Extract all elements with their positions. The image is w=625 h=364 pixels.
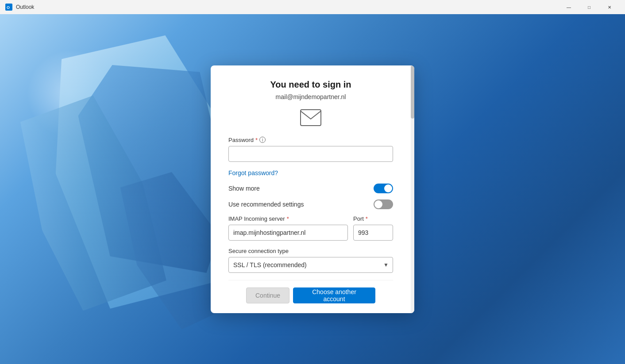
- imap-group: IMAP Incoming server *: [228, 215, 348, 241]
- svg-text:O: O: [7, 5, 10, 10]
- password-label: Password * i: [228, 137, 393, 143]
- use-recommended-thumb: [374, 200, 382, 208]
- dialog-title: You need to sign in: [228, 80, 393, 90]
- imap-required-star: *: [287, 215, 289, 222]
- show-more-label: Show more: [228, 185, 260, 192]
- imap-label: IMAP Incoming server *: [228, 215, 348, 222]
- secure-connection-group: Secure connection type SSL / TLS (recomm…: [228, 248, 393, 273]
- dialog-scrollbar[interactable]: [411, 65, 414, 313]
- email-icon: [300, 109, 321, 126]
- signin-dialog: You need to sign in mail@mijndemopartner…: [211, 65, 414, 313]
- svg-rect-2: [301, 110, 321, 126]
- scrollbar-thumb: [411, 65, 414, 119]
- secure-connection-label: Secure connection type: [228, 248, 393, 254]
- titlebar: O Outlook — □ ✕: [0, 0, 625, 14]
- password-group: Password * i: [228, 137, 393, 162]
- secure-connection-select[interactable]: SSL / TLS (recommended) STARTTLS None: [228, 257, 393, 273]
- required-star: *: [255, 137, 258, 143]
- show-more-toggle[interactable]: [374, 184, 393, 193]
- minimize-button[interactable]: —: [559, 0, 579, 14]
- window-controls: — □ ✕: [559, 0, 620, 14]
- email-icon-container: [228, 109, 393, 126]
- use-recommended-row: Use recommended settings: [228, 199, 393, 209]
- dialog-email: mail@mijndemopartner.nl: [228, 93, 393, 100]
- imap-port-row: IMAP Incoming server * Port *: [228, 215, 393, 241]
- port-input[interactable]: [353, 225, 393, 241]
- app-title: Outlook: [16, 4, 34, 10]
- dialog-footer: Continue Choose another account: [228, 280, 393, 313]
- show-more-row: Show more: [228, 184, 393, 193]
- secure-connection-wrapper: SSL / TLS (recommended) STARTTLS None ▼: [228, 257, 393, 273]
- show-more-thumb: [384, 184, 392, 192]
- dialog-scroll-content: You need to sign in mail@mijndemopartner…: [211, 65, 411, 313]
- maximize-button[interactable]: □: [579, 0, 599, 14]
- password-info-icon[interactable]: i: [259, 137, 266, 143]
- choose-another-account-button[interactable]: Choose another account: [293, 287, 375, 303]
- imap-input[interactable]: [228, 225, 348, 241]
- port-label: Port *: [353, 215, 393, 222]
- background: You need to sign in mail@mijndemopartner…: [0, 14, 625, 364]
- outlook-logo-icon: O: [5, 4, 12, 11]
- forgot-password-link[interactable]: Forgot password?: [228, 169, 278, 176]
- use-recommended-toggle[interactable]: [374, 199, 393, 209]
- close-button[interactable]: ✕: [599, 0, 620, 14]
- password-input[interactable]: [228, 146, 393, 162]
- continue-button[interactable]: Continue: [246, 287, 289, 303]
- use-recommended-label: Use recommended settings: [228, 201, 304, 208]
- dialog-header: You need to sign in mail@mijndemopartner…: [228, 80, 393, 100]
- port-group: Port *: [353, 215, 393, 241]
- port-required-star: *: [366, 215, 368, 222]
